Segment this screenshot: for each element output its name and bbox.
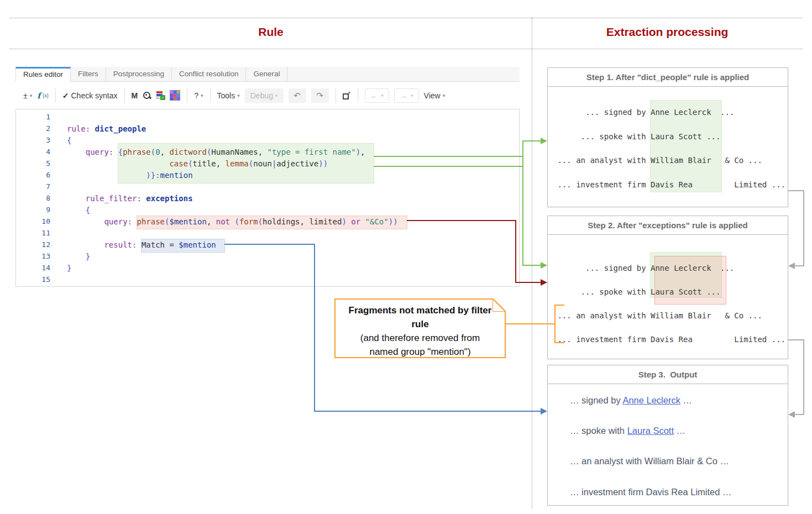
orange-bracket xyxy=(554,305,564,306)
view-menu[interactable]: View▾ xyxy=(424,91,446,100)
line-number-gutter: 123456789101112131415 xyxy=(16,113,51,287)
editor-toolbar: ±▾ f(x) ✓Check syntax M ✓ ?▾ Tools▾ Debu… xyxy=(15,82,520,109)
tab-conflict-resolution[interactable]: Conflict resolution xyxy=(172,67,246,81)
green-arrow-line xyxy=(522,140,523,266)
function-button[interactable]: f(x) xyxy=(37,91,49,100)
code-lines: rule: dict_people{ query: {phrase(0, dic… xyxy=(67,113,398,287)
column-divider-dotted-line xyxy=(532,18,532,508)
tab-rules-editor[interactable]: Rules editor xyxy=(15,67,71,82)
chevron-down-icon: ▾ xyxy=(237,93,240,98)
orange-connector-line xyxy=(505,323,554,324)
blue-arrow-line xyxy=(314,411,541,412)
tab-filters[interactable]: Filters xyxy=(71,67,106,81)
matched-fragment: William Blair xyxy=(651,156,720,165)
matched-fragment: Davis Rea xyxy=(651,335,720,344)
gray-connector-line xyxy=(788,339,804,340)
navigate-back-button[interactable]: ←▾ xyxy=(365,88,390,103)
rules-code-editor[interactable]: 123456789101112131415 rule: dict_people{… xyxy=(15,109,520,287)
step3-title: Step 3. Output xyxy=(548,365,788,384)
step3-box: Step 3. Output … signed by Anne Leclerck… xyxy=(547,365,788,506)
code-line: } xyxy=(67,252,398,264)
code-line: result: Match = $mention xyxy=(67,240,398,252)
gray-connector-line xyxy=(788,190,804,191)
insert-rule-button[interactable]: ±▾ xyxy=(23,91,32,100)
gray-arrowhead xyxy=(788,263,795,269)
toolbar-separator xyxy=(358,88,358,103)
macro-button[interactable]: M xyxy=(132,91,138,100)
green-arrow-line xyxy=(374,166,523,167)
orange-bracket xyxy=(554,305,556,343)
top-dotted-line xyxy=(10,18,803,18)
line-number: 7 xyxy=(16,182,51,194)
gray-connector-line xyxy=(794,265,804,266)
figure-root: Rule Extraction processing Rules editorF… xyxy=(0,0,812,514)
blue-arrow-line xyxy=(224,244,315,245)
green-arrow-line xyxy=(374,156,523,157)
tab-general[interactable]: General xyxy=(246,67,287,81)
output-text-row: … an analyst with William Blair & Co … xyxy=(570,456,729,466)
line-number: 12 xyxy=(16,240,51,252)
note-bold-text: Fragments not matched by filter rule xyxy=(348,303,492,331)
green-arrow-line xyxy=(522,140,541,141)
chevron-down-icon: ▾ xyxy=(275,93,278,98)
check-icon: ✓ xyxy=(62,91,69,100)
extract-text-row: ... signed by Anne Leclerck... xyxy=(557,264,734,272)
line-number: 9 xyxy=(16,206,51,217)
redo-button[interactable]: ↷ xyxy=(311,88,329,103)
open-external-button[interactable]: ↗ xyxy=(343,91,351,99)
matched-fragment: Anne Leclerck xyxy=(651,108,720,117)
check-syntax-button[interactable]: ✓Check syntax xyxy=(62,91,118,100)
line-number: 10 xyxy=(16,217,51,229)
line-number: 2 xyxy=(16,124,51,136)
extract-text-row: ... investment firm Davis Rea Limited ..… xyxy=(557,335,785,344)
blue-arrowhead xyxy=(541,408,547,415)
question-icon: ? xyxy=(194,91,198,100)
layers-check-icon: ✓ xyxy=(156,91,165,99)
chevron-down-icon: ▾ xyxy=(381,93,384,98)
test-rules-button[interactable]: ✓ xyxy=(156,91,165,99)
open-external-icon: ↗ xyxy=(343,91,351,99)
navigate-forward-button[interactable]: →▾ xyxy=(394,88,419,103)
person-link[interactable]: Anne Leclerck xyxy=(622,395,680,405)
folded-corner-icon xyxy=(493,298,506,312)
toolbar-separator xyxy=(55,88,56,103)
code-line xyxy=(67,182,398,194)
line-number: 6 xyxy=(16,171,51,182)
chevron-down-icon: ▾ xyxy=(30,93,33,98)
fx-icon: f xyxy=(37,91,40,100)
rule-column-title: Rule xyxy=(10,25,532,39)
extract-text-row: ... an analyst with William Blair & Co .… xyxy=(557,311,762,320)
code-line xyxy=(67,229,398,240)
line-number: 14 xyxy=(16,264,51,275)
undo-button[interactable]: ↶ xyxy=(289,88,306,103)
green-arrowhead xyxy=(541,138,547,144)
gray-connector-line xyxy=(803,190,804,266)
code-line: query: phrase($mention, not (form(holdin… xyxy=(67,217,398,229)
toolbar-separator xyxy=(187,88,187,103)
header-bottom-dotted-line xyxy=(10,49,803,49)
red-arrow-line xyxy=(407,220,516,221)
person-link[interactable]: Laura Scott xyxy=(627,426,674,436)
code-line: case(title, lemma(noun|adjective)) xyxy=(67,159,398,171)
code-line: rule_filter: exceptions xyxy=(67,194,398,206)
debug-menu-disabled[interactable]: Debug▾ xyxy=(245,88,284,103)
step1-title: Step 1. After "dict_people" rule is appl… xyxy=(548,68,788,87)
zoom-search-button[interactable] xyxy=(143,91,151,100)
blue-arrow-line xyxy=(314,244,315,412)
line-number: 1 xyxy=(16,113,51,124)
arrow-right-icon: → xyxy=(400,91,407,100)
help-button[interactable]: ?▾ xyxy=(194,91,203,100)
step1-box: Step 1. After "dict_people" rule is appl… xyxy=(547,67,788,207)
step2-box: Step 2. After "exceptions" rule is appli… xyxy=(547,216,788,359)
tab-postprocessing[interactable]: Postprocessing xyxy=(106,67,172,81)
tools-menu[interactable]: Tools▾ xyxy=(217,91,240,100)
code-line: )}:mention xyxy=(67,171,398,182)
color-grid-button[interactable] xyxy=(170,90,180,101)
extract-text-row: ... spoke with Laura Scott ... xyxy=(557,132,720,141)
code-line xyxy=(67,275,398,287)
chevron-down-icon: ▾ xyxy=(411,93,413,98)
gray-connector-line xyxy=(803,339,804,415)
chevron-down-icon: ▾ xyxy=(201,93,203,98)
line-number: 11 xyxy=(16,229,51,240)
note-normal-text: (and therefore removed from named group … xyxy=(345,331,495,359)
